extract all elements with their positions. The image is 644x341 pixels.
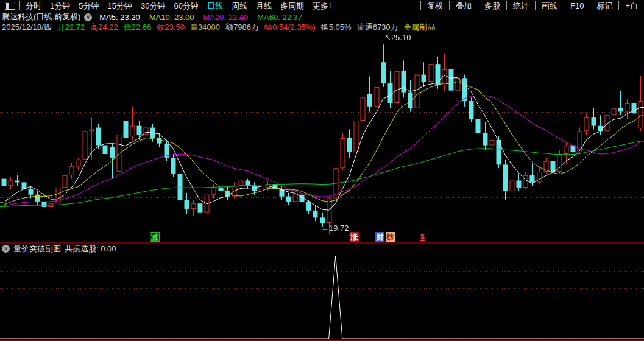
main-chart-canvas[interactable]: [0, 32, 644, 242]
quote-field: 幅0.54(2.35%): [264, 22, 316, 33]
button-画线[interactable]: 画线: [535, 1, 564, 10]
tab-更多[interactable]: 更多〉: [308, 1, 341, 12]
toolbar-right: 复权叠加多股统计画线F10标记+自: [420, 1, 644, 10]
reduce-marker-badge[interactable]: 减: [150, 232, 160, 242]
chevron-down-circle-icon[interactable]: ∨: [2, 245, 10, 253]
period-tabs: 分时1分钟5分钟15分钟30分钟60分钟日线周线月线多周期更多〉: [21, 1, 341, 12]
tab-1分钟[interactable]: 1分钟: [46, 1, 74, 12]
tab-15分钟[interactable]: 15分钟: [103, 1, 136, 12]
quote-field: 开22.72: [57, 22, 85, 33]
quote-field: 收23.50: [157, 22, 185, 33]
high-price-annotation: ↖25.10: [384, 33, 411, 42]
stock-info-row: 腾达科技(日线.前复权) ∨ MA5: 23.20MA10: 23.00MA20…: [0, 12, 644, 22]
sub-chart: [0, 254, 644, 341]
ma-legend: MA5: 23.20MA10: 23.00MA20: 22.40MA60: 22…: [99, 13, 302, 22]
rank-list-badge[interactable]: 榜: [386, 232, 395, 242]
panel-layout-icon[interactable]: [5, 2, 15, 10]
sub-chart-canvas[interactable]: [0, 254, 644, 340]
quote-field: 金属制品: [404, 22, 436, 33]
quote-field: 额7986万: [225, 22, 259, 33]
tab-分时[interactable]: 分时: [21, 1, 46, 12]
quote-field: 2025/12/18/四: [2, 22, 52, 33]
dollar-marker-badge[interactable]: $: [418, 232, 427, 242]
trading-app: { "toolbar": { "chevron_glyph": "〉", "ta…: [0, 0, 644, 341]
button-F10[interactable]: F10: [564, 1, 590, 10]
button-统计[interactable]: 统计: [506, 1, 535, 10]
tab-日线[interactable]: 日线: [203, 1, 227, 12]
tab-60分钟[interactable]: 60分钟: [169, 1, 202, 12]
indicator-name: 量价突破副图: [13, 244, 61, 255]
quote-field: 高24.22: [90, 22, 118, 33]
quote-field: 量34000: [190, 22, 220, 33]
tab-5分钟[interactable]: 5分钟: [74, 1, 103, 12]
quote-field: 流通6730万: [357, 22, 398, 33]
quote-field: 低22.66: [124, 22, 152, 33]
tab-月线[interactable]: 月线: [252, 1, 276, 12]
ma-value: MA20: 22.40: [203, 13, 249, 22]
button-标记[interactable]: 标记: [590, 1, 618, 10]
quote-row: 2025/12/18/四开22.72高24.22低22.66收23.50量340…: [0, 22, 644, 32]
button-复权[interactable]: 复权: [420, 1, 449, 10]
low-price-annotation: ←19.72: [321, 223, 349, 233]
button-多股[interactable]: 多股: [478, 1, 506, 10]
tab-周线[interactable]: 周线: [227, 1, 252, 12]
ma-value: MA10: 23.00: [149, 13, 194, 22]
sub-chart-header: ∨ 量价突破副图 共振选股: 0.00: [0, 244, 644, 254]
signal-value: 共振选股: 0.00: [65, 244, 116, 255]
top-toolbar: 分时1分钟5分钟15分钟30分钟60分钟日线周线月线多周期更多〉 复权叠加多股统…: [0, 0, 644, 12]
chevron-down-circle-icon[interactable]: ∨: [84, 13, 92, 21]
tab-30分钟[interactable]: 30分钟: [136, 1, 169, 12]
quote-field: 换5.05%: [321, 22, 352, 33]
button-+自[interactable]: +自: [618, 1, 644, 10]
ma-value: MA5: 23.20: [99, 13, 140, 22]
rise-marker-badge[interactable]: 涨: [350, 232, 359, 242]
button-叠加[interactable]: 叠加: [449, 1, 478, 10]
finance-report-badge[interactable]: 财: [375, 232, 384, 242]
toolbar-divider: [19, 1, 20, 10]
tab-多周期[interactable]: 多周期: [276, 1, 308, 12]
main-chart: 减涨财榜$↖25.10←19.72: [0, 32, 644, 244]
stock-title: 腾达科技(日线.前复权): [2, 12, 80, 23]
ma-value: MA60: 22.37: [257, 13, 302, 22]
